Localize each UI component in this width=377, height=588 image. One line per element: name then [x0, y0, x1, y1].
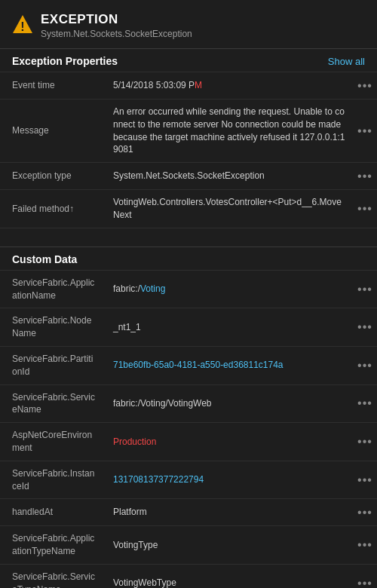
prop-val-partition-id: 71be60fb-65a0-4181-a550-ed36811c174a [106, 347, 353, 384]
table-row: ServiceFabric.ApplicationName fabric:/Vo… [0, 270, 377, 308]
prop-val-service-type-name: VotingWebType [106, 565, 353, 588]
row-actions-app-name[interactable]: ••• [353, 271, 377, 308]
table-row: ServiceFabric.InstanceId 131708137377222… [0, 461, 377, 499]
table-row: ServiceFabric.NodeName _nt1_1 ••• [0, 308, 377, 346]
exception-header: ! EXCEPTION System.Net.Sockets.SocketExc… [0, 0, 377, 48]
table-row: Message An error occurred while sending … [0, 99, 377, 162]
row-actions-env[interactable]: ••• [353, 423, 377, 461]
row-actions-handled-at[interactable]: ••• [353, 499, 377, 525]
row-actions-exception-type[interactable]: ••• [353, 163, 377, 189]
prop-key-service-name: ServiceFabric.ServiceName [0, 385, 106, 423]
prop-val-app-type-name: VotingType [106, 526, 353, 564]
prop-val-message: An error occurred while sending the requ… [106, 100, 353, 162]
prop-key-failed-method: Failed method ↑ [0, 190, 106, 228]
exception-properties-title: Exception Properties [12, 55, 118, 67]
prop-val-exception-type: System.Net.Sockets.SocketException [106, 163, 353, 189]
table-row: Event time 5/14/2018 5:03:09 PM ••• [0, 72, 377, 99]
exception-properties-section: Exception Properties Show all Event time… [0, 48, 377, 234]
prop-key-service-type-name: ServiceFabric.ServiceTypeName [0, 565, 106, 588]
instance-id-link[interactable]: 131708137377222794 [113, 473, 204, 486]
prop-val-app-name: fabric:/Voting [106, 271, 353, 308]
table-row: ServiceFabric.ApplicationTypeName Voting… [0, 525, 377, 564]
table-row: handledAt Platform ••• [0, 498, 377, 525]
warning-icon: ! [12, 14, 33, 35]
table-row: ServiceFabric.ServiceTypeName VotingWebT… [0, 564, 377, 588]
app-name-link[interactable]: Voting [140, 283, 165, 296]
prop-val-failed-method: VotingWeb.Controllers.VotesController+<P… [106, 190, 353, 228]
row-actions-message[interactable]: ••• [353, 100, 377, 162]
prop-key-node-name: ServiceFabric.NodeName [0, 308, 106, 346]
row-actions-service-name[interactable]: ••• [353, 385, 377, 423]
prop-val-env: Production [106, 423, 353, 461]
prop-key-partition-id: ServiceFabric.PartitionId [0, 347, 106, 384]
table-row: AspNetCoreEnvironment Production ••• [0, 422, 377, 461]
row-actions-instance-id[interactable]: ••• [353, 461, 377, 499]
svg-text:!: ! [20, 20, 24, 33]
exception-title-block: EXCEPTION System.Net.Sockets.SocketExcep… [41, 12, 192, 39]
row-actions-node-name[interactable]: ••• [353, 308, 377, 346]
row-actions-partition-id[interactable]: ••• [353, 347, 377, 384]
prop-key-app-name: ServiceFabric.ApplicationName [0, 271, 106, 308]
partition-id-link[interactable]: 71be60fb-65a0-4181-a550-ed36811c174a [113, 359, 284, 372]
table-row: Exception type System.Net.Sockets.Socket… [0, 162, 377, 189]
row-actions-failed-method[interactable]: ••• [353, 190, 377, 228]
prop-val-event-time: 5/14/2018 5:03:09 PM [106, 72, 353, 99]
prop-key-instance-id: ServiceFabric.InstanceId [0, 461, 106, 499]
exception-title: EXCEPTION [41, 12, 192, 27]
prop-val-handled-at: Platform [106, 499, 353, 525]
exception-properties-header: Exception Properties Show all [0, 48, 377, 72]
show-all-link[interactable]: Show all [328, 56, 365, 67]
prop-key-handled-at: handledAt [0, 499, 106, 525]
row-actions-service-type-name[interactable]: ••• [353, 565, 377, 588]
prop-val-service-name: fabric:/Voting/VotingWeb [106, 385, 353, 423]
highlight-text: M [195, 79, 202, 92]
section-gap [0, 234, 377, 247]
prop-key-env: AspNetCoreEnvironment [0, 423, 106, 461]
row-actions-app-type-name[interactable]: ••• [353, 526, 377, 564]
custom-data-header: Custom Data [0, 247, 377, 270]
prop-val-instance-id: 131708137377222794 [106, 461, 353, 499]
custom-data-section: Custom Data ServiceFabric.ApplicationNam… [0, 247, 377, 588]
custom-data-title: Custom Data [12, 253, 77, 265]
prop-key-exception-type: Exception type [0, 163, 106, 189]
prop-key-message: Message [0, 100, 106, 162]
table-row: Failed method ↑ VotingWeb.Controllers.Vo… [0, 189, 377, 228]
prop-key-app-type-name: ServiceFabric.ApplicationTypeName [0, 526, 106, 564]
prop-key-event-time: Event time [0, 72, 106, 99]
exception-subtitle: System.Net.Sockets.SocketException [41, 29, 192, 39]
table-row: ServiceFabric.ServiceName fabric:/Voting… [0, 384, 377, 423]
prop-val-node-name: _nt1_1 [106, 308, 353, 346]
table-row: ServiceFabric.PartitionId 71be60fb-65a0-… [0, 346, 377, 384]
row-actions-event-time[interactable]: ••• [353, 72, 377, 99]
env-highlight: Production [113, 436, 156, 449]
